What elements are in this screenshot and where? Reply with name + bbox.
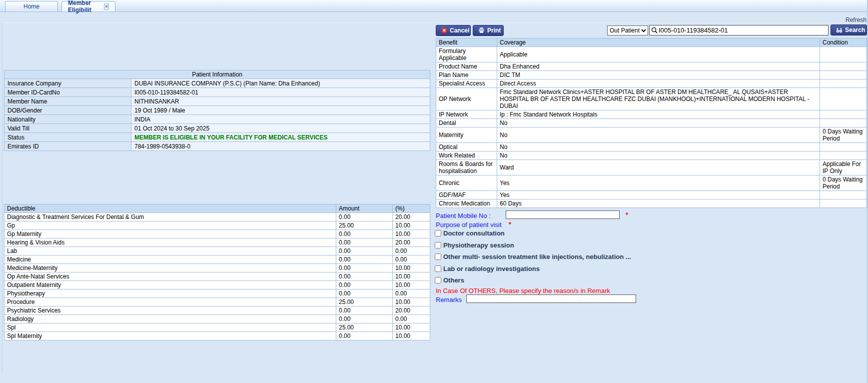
patient-info-label: Nationality — [4, 115, 131, 124]
benefit-row: DentalNo — [436, 119, 867, 128]
benefit-cell: Maternity — [436, 128, 497, 143]
patient-info-title-row: Patient Information — [4, 70, 430, 79]
coverage-cell: No — [497, 128, 820, 143]
tab-member-eligibility-label: Member Eligibilit — [68, 0, 101, 14]
member-search-input[interactable] — [658, 26, 827, 34]
purpose-checkbox[interactable] — [435, 230, 441, 236]
deductible-row: Medicine0.000.00 — [4, 256, 430, 264]
patient-info-value: DUBAI INSURANCE COMPANY (P.S.C) (Plan Na… — [131, 79, 430, 88]
deductible-row: Spl Maternity0.0010.00 — [4, 332, 430, 340]
remarks-input[interactable] — [466, 294, 636, 303]
condition-cell — [820, 143, 867, 152]
deductible-amount-cell: 0.00 — [336, 290, 393, 298]
deductible-row: Diagnostic & Treatment Services For Dent… — [4, 213, 430, 222]
benefit-cell: Plan Name — [436, 71, 497, 80]
purpose-option-label: Doctor consultation — [443, 230, 505, 237]
purpose-option-others[interactable]: Others — [435, 276, 464, 284]
purpose-option-physiotherapy-session[interactable]: Physiotherapy session — [435, 242, 514, 249]
patient-info-row: StatusMEMBER IS ELIGIBLE IN YOUR FACILIT… — [4, 133, 430, 142]
benefit-row: GDF/MAFYes — [436, 191, 867, 200]
patient-info-label: Insurance Company — [4, 79, 131, 88]
binoculars-icon — [836, 28, 843, 33]
deductible-header-row: Deductible Amount (%) — [4, 204, 430, 213]
deductible-percent-cell: 0.00 — [393, 290, 430, 298]
print-button[interactable]: Print — [473, 25, 504, 36]
patient-info-label: Valid Till — [4, 124, 131, 133]
benefit-row: Plan NameDIC TM — [436, 71, 867, 80]
patient-mobile-label: Patient Mobile No : — [436, 212, 491, 220]
amount-header: Amount — [336, 204, 393, 213]
deductible-name-cell: Spl Maternity — [4, 332, 336, 340]
purpose-checkbox[interactable] — [435, 242, 441, 248]
benefit-cell: OP Network — [436, 88, 497, 110]
deductible-percent-cell: 0.00 — [393, 315, 430, 324]
coverage-cell: Yes — [497, 191, 820, 200]
deductible-amount-cell: 0.00 — [336, 332, 393, 340]
deductible-percent-cell: 0.00 — [393, 247, 430, 256]
condition-cell — [820, 80, 867, 88]
tab-member-eligibility[interactable]: Member Eligibilit × — [61, 1, 115, 12]
patient-info-value: INDIA — [131, 115, 430, 124]
condition-cell — [820, 62, 867, 71]
patient-info-row: Insurance CompanyDUBAI INSURANCE COMPANY… — [4, 79, 430, 88]
deductible-row: Gp Maternity0.0010.00 — [4, 230, 430, 238]
deductible-table: Deductible Amount (%) Diagnostic & Treat… — [4, 204, 430, 340]
benefit-row: ChronicYes0 Days Waiting Period — [436, 176, 867, 191]
patient-info-label: Member ID-CardNo — [4, 88, 131, 97]
tab-home-label: Home — [23, 3, 39, 10]
deductible-row: Medicine-Maternity0.0010.00 — [4, 264, 430, 272]
deductible-name-cell: Physiotherapy — [4, 290, 336, 298]
patient-info-value: 19 Oct 1989 / Male — [131, 106, 430, 115]
deductible-amount-cell: 0.00 — [336, 256, 393, 264]
patient-info-value: NITHINSANKAR — [131, 97, 430, 106]
coverage-cell: No — [497, 143, 820, 152]
benefit-row: Rooms & Boards for hospitalisationWardAp… — [436, 160, 867, 176]
condition-cell — [820, 88, 867, 110]
deductible-percent-cell: 10.00 — [393, 222, 430, 230]
deductible-percent-cell: 0.00 — [393, 256, 430, 264]
top-divider — [2, 22, 867, 23]
purpose-checkbox[interactable] — [435, 266, 441, 272]
deductible-name-cell: Outpatient Maternity — [4, 281, 336, 290]
patient-info-row: DOB/Gender19 Oct 1989 / Male — [4, 106, 430, 115]
purpose-checkbox[interactable] — [435, 254, 441, 260]
deductible-row: Gp25.0010.00 — [4, 222, 430, 230]
condition-cell — [820, 110, 867, 119]
deductible-amount-cell: 0.00 — [336, 281, 393, 290]
search-button[interactable]: Search — [831, 24, 867, 36]
condition-cell — [820, 200, 867, 208]
coverage-cell: Direct Access — [497, 80, 820, 88]
deductible-percent-cell: 10.00 — [393, 332, 430, 340]
benefit-cell: Rooms & Boards for hospitalisation — [436, 160, 497, 176]
deductible-percent-cell: 10.00 — [393, 264, 430, 272]
purpose-option-doctor-consultation[interactable]: Doctor consultation — [435, 230, 505, 237]
patient-mobile-input[interactable] — [506, 210, 620, 219]
visit-type-select[interactable]: Out Patient — [607, 26, 648, 36]
tab-close-icon[interactable]: × — [104, 4, 109, 10]
coverage-cell: Applicable — [497, 47, 820, 62]
purpose-option-label: Others — [443, 276, 464, 284]
printer-icon — [478, 28, 485, 34]
coverage-cell: 60 Days — [497, 200, 820, 208]
deductible-percent-cell: 20.00 — [393, 306, 430, 315]
benefit-coverage-table: Benefit Coverage Condition Formulary App… — [436, 38, 867, 208]
patient-info-value: I005-010-119384582-01 — [131, 88, 430, 97]
deductible-amount-cell: 0.00 — [336, 247, 393, 256]
purpose-option-lab-or[interactable]: Lab or radiology investigations — [435, 265, 540, 272]
cancel-icon: ✕ — [441, 28, 447, 34]
deductible-percent-cell: 10.00 — [393, 272, 430, 281]
coverage-cell: Fmc Standard Network Clinics+ASTER HOSPI… — [497, 88, 820, 110]
purpose-option-other-multi-[interactable]: Other multi- session treatment like inje… — [435, 253, 631, 260]
coverage-cell: No — [497, 119, 820, 128]
condition-cell — [820, 152, 867, 160]
deductible-row: Spl25.0010.00 — [4, 324, 430, 332]
condition-cell — [820, 71, 867, 80]
deductible-percent-cell: 20.00 — [393, 238, 430, 247]
tab-home[interactable]: Home — [5, 1, 58, 12]
condition-cell — [820, 47, 867, 62]
purpose-option-label: Other multi- session treatment like inje… — [443, 253, 631, 260]
patient-info-value: 01 Oct 2024 to 30 Sep 2025 — [131, 124, 430, 133]
cancel-button[interactable]: ✕ Cancel — [436, 25, 471, 36]
benefit-row: OpticalNo — [436, 143, 867, 152]
purpose-checkbox[interactable] — [435, 277, 441, 284]
